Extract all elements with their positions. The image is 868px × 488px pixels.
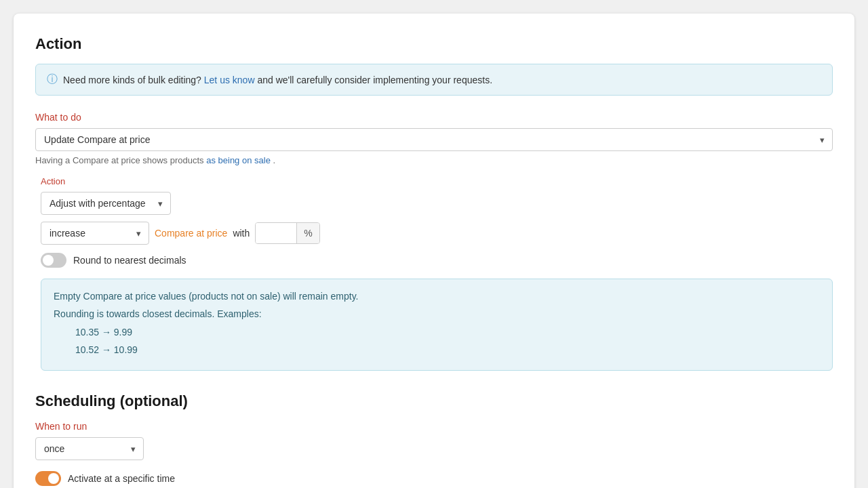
- info-box-line1: Empty Compare at price values (products …: [54, 289, 820, 304]
- percent-suffix: %: [296, 223, 319, 243]
- round-toggle[interactable]: [41, 253, 66, 268]
- info-banner: ⓘ Need more kinds of bulk editing? Let u…: [35, 64, 833, 96]
- direction-select[interactable]: increase decrease: [41, 222, 149, 245]
- what-to-do-label: What to do: [35, 112, 833, 123]
- frequency-select[interactable]: once daily weekly monthly: [35, 437, 144, 460]
- action-row-2: increase decrease ▾ Compare at price wit…: [41, 222, 833, 245]
- what-to-do-wrapper: Update Compare at price Update Price Upd…: [35, 128, 833, 151]
- action-section: Action ⓘ Need more kinds of bulk editing…: [35, 35, 833, 371]
- what-to-do-select[interactable]: Update Compare at price Update Price Upd…: [35, 128, 833, 151]
- adjust-wrapper: Adjust with percentage Set to fixed valu…: [41, 192, 171, 215]
- compare-at-price-text: Compare at price: [155, 228, 227, 239]
- action-subsection: Action Adjust with percentage Set to fix…: [41, 176, 833, 371]
- activate-label: Activate at a specific time: [68, 473, 175, 484]
- activate-row: Activate at a specific time: [35, 471, 833, 486]
- scheduling-title: Scheduling (optional): [35, 392, 833, 410]
- round-toggle-slider: [41, 253, 66, 268]
- action-title: Action: [35, 35, 833, 53]
- let-us-know-link[interactable]: Let us know: [204, 75, 255, 85]
- when-to-run-label: When to run: [35, 421, 833, 432]
- round-label: Round to nearest decimals: [73, 255, 186, 266]
- info-box-example1: 10.35 → 9.99: [54, 325, 820, 340]
- info-box-line2: Rounding is towards closest decimals. Ex…: [54, 306, 820, 321]
- info-icon: ⓘ: [47, 73, 58, 87]
- action-info-box: Empty Compare at price values (products …: [41, 279, 833, 371]
- round-row: Round to nearest decimals: [41, 253, 833, 268]
- direction-wrapper: increase decrease ▾: [41, 222, 149, 245]
- helper-text: Having a Compare at price shows products…: [35, 155, 833, 165]
- action-sublabel: Action: [41, 176, 833, 186]
- percent-input[interactable]: [256, 223, 296, 243]
- percent-input-wrapper: %: [255, 222, 319, 244]
- info-box-example2: 10.52 → 10.99: [54, 342, 820, 357]
- with-text: with: [233, 228, 250, 239]
- main-card: Action ⓘ Need more kinds of bulk editing…: [14, 14, 854, 488]
- action-row-1: Adjust with percentage Set to fixed valu…: [41, 192, 833, 215]
- as-being-on-sale-link[interactable]: as being on sale: [206, 155, 271, 165]
- info-banner-text: Need more kinds of bulk editing? Let us …: [63, 75, 492, 85]
- activate-toggle[interactable]: [35, 471, 61, 486]
- frequency-wrapper: once daily weekly monthly ▾: [35, 437, 144, 460]
- scheduling-section: Scheduling (optional) When to run once d…: [35, 392, 833, 488]
- adjust-select[interactable]: Adjust with percentage Set to fixed valu…: [41, 192, 171, 215]
- activate-toggle-slider: [35, 471, 61, 486]
